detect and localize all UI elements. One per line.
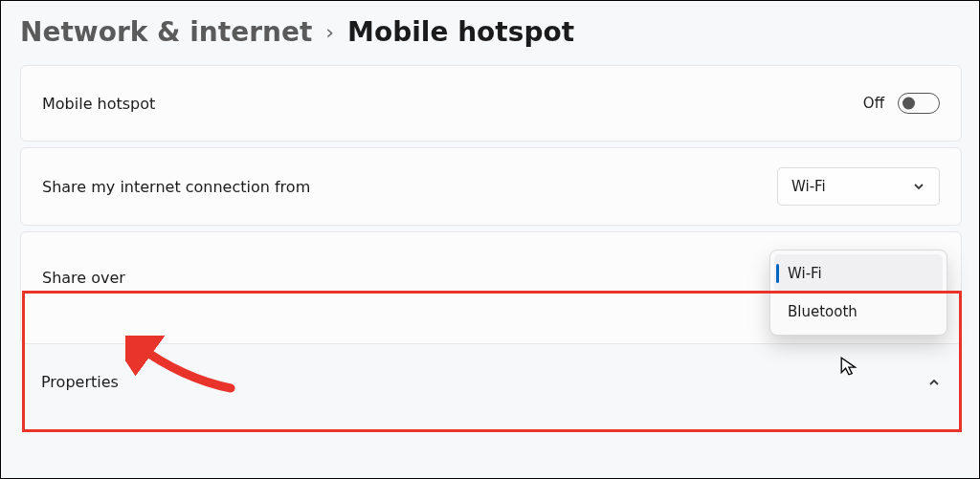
breadcrumb-parent[interactable]: Network & internet xyxy=(20,16,312,48)
share-from-row: Share my internet connection from Wi-Fi xyxy=(20,147,962,226)
breadcrumb-current: Mobile hotspot xyxy=(347,16,574,48)
hotspot-toggle-row: Mobile hotspot Off xyxy=(20,65,962,142)
menu-item-label: Wi-Fi xyxy=(788,265,822,282)
share-from-select[interactable]: Wi-Fi xyxy=(777,167,940,206)
share-over-option-wifi[interactable]: Wi-Fi xyxy=(774,254,943,293)
menu-item-label: Bluetooth xyxy=(788,303,858,320)
share-from-value: Wi-Fi xyxy=(791,178,826,195)
share-over-label: Share over xyxy=(42,269,125,287)
breadcrumb: Network & internet › Mobile hotspot xyxy=(20,11,962,65)
hotspot-state: Off xyxy=(863,95,884,112)
chevron-down-icon xyxy=(912,180,925,193)
chevron-up-icon xyxy=(927,376,941,389)
share-from-label: Share my internet connection from xyxy=(42,178,310,196)
properties-row[interactable]: Properties xyxy=(20,350,962,401)
share-over-option-bluetooth[interactable]: Bluetooth xyxy=(774,293,943,331)
chevron-right-icon: › xyxy=(325,20,334,44)
hotspot-label: Mobile hotspot xyxy=(42,95,155,113)
hotspot-toggle[interactable] xyxy=(898,93,940,114)
share-over-menu: Wi-Fi Bluetooth xyxy=(769,250,947,336)
share-over-row: Share over Wi-Fi Bluetooth xyxy=(20,231,962,344)
properties-label: Properties xyxy=(41,373,119,391)
